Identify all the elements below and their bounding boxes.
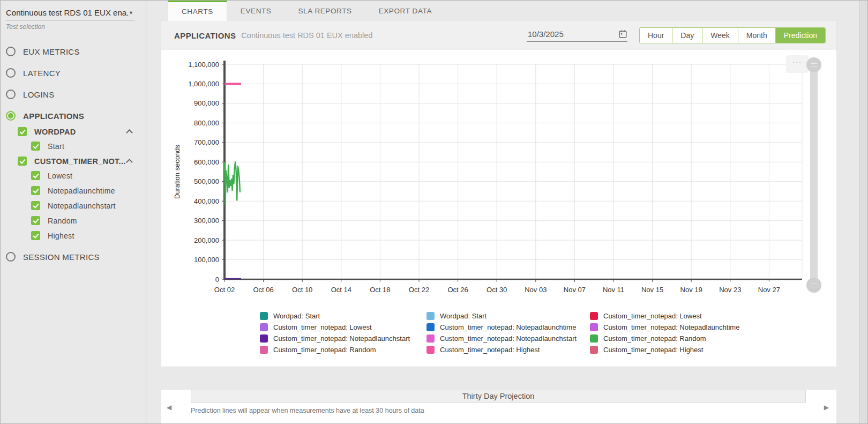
sidebar-group-custom-timer-notepad[interactable]: CUSTOM_TIMER_NOT... <box>6 157 146 166</box>
sidebar-item-label: EUX METRICS <box>23 47 80 56</box>
legend-item[interactable]: Custom_timer_notepad: Notepadlaunchtime <box>590 322 739 333</box>
svg-text:600,000: 600,000 <box>194 158 219 166</box>
range-week-button[interactable]: Week <box>702 28 738 43</box>
test-selection-select[interactable]: Continuous test RDS 01 EUX ena... ▼ <box>6 8 134 20</box>
legend-swatch-icon <box>260 334 268 343</box>
tab-export-data[interactable]: EXPORT DATA <box>365 1 445 21</box>
range-prediction-button[interactable]: Prediction <box>775 28 825 43</box>
range-hour-button[interactable]: Hour <box>640 28 672 43</box>
checkbox-checked-icon[interactable] <box>31 201 40 210</box>
sidebar: Continuous test RDS 01 EUX ena... ▼ Test… <box>1 1 146 423</box>
svg-text:400,000: 400,000 <box>194 197 219 205</box>
svg-text:Oct 06: Oct 06 <box>253 286 273 294</box>
legend-item[interactable]: Custom_timer_notepad: Random <box>260 344 426 355</box>
radio-unselected-icon <box>6 252 16 262</box>
date-input[interactable] <box>527 29 602 39</box>
projection-bar[interactable]: Thirty Day Projection <box>191 390 806 403</box>
zoom-slider-handle-top[interactable] <box>806 57 821 72</box>
chevron-up-icon[interactable] <box>126 129 133 136</box>
legend-item[interactable]: Custom_timer_notepad: Notepadlaunchstart <box>260 333 426 344</box>
main-content: CHARTS EVENTS SLA REPORTS EXPORT DATA AP… <box>161 1 836 424</box>
sidebar-item-random[interactable]: Random <box>6 216 146 225</box>
legend-item[interactable]: Custom_timer_notepad: Lowest <box>590 310 739 322</box>
legend-item[interactable]: Custom_timer_notepad: Notepadlaunchtime <box>426 322 590 333</box>
svg-text:Nov 07: Nov 07 <box>564 286 586 294</box>
svg-text:Oct 10: Oct 10 <box>292 286 312 294</box>
svg-text:Duration seconds: Duration seconds <box>173 144 181 199</box>
legend-item[interactable]: Custom_timer_notepad: Highest <box>590 344 739 355</box>
sidebar-group-label: WORDPAD <box>34 128 76 136</box>
sidebar-item-label: Notepadlaunchstart <box>48 202 116 210</box>
legend-item[interactable]: Custom_timer_notepad: Random <box>590 333 739 344</box>
checkbox-checked-icon[interactable] <box>31 186 40 195</box>
zoom-slider-track[interactable] <box>810 65 818 286</box>
test-selection-value: Continuous test RDS 01 EUX ena... <box>6 8 129 17</box>
legend-item[interactable]: Wordpad: Start <box>260 310 426 322</box>
svg-text:Nov 27: Nov 27 <box>758 286 780 294</box>
svg-text:800,000: 800,000 <box>194 119 219 127</box>
svg-text:Oct 18: Oct 18 <box>370 286 390 294</box>
range-month-button[interactable]: Month <box>738 28 775 43</box>
sidebar-item-lowest[interactable]: Lowest <box>6 171 146 180</box>
next-arrow-icon[interactable]: ▶ <box>824 404 829 411</box>
sidebar-item-latency[interactable]: LATENCY <box>6 68 146 78</box>
chart-panel: 0100,000200,000300,000400,000500,000600,… <box>161 50 836 367</box>
legend-item[interactable]: Custom_timer_notepad: Highest <box>426 344 590 355</box>
legend-item[interactable]: Custom_timer_notepad: Notepadlaunchstart <box>426 333 590 344</box>
legend-label: Custom_timer_notepad: Notepadlaunchstart <box>273 334 410 343</box>
app-window: Continuous test RDS 01 EUX ena... ▼ Test… <box>0 0 868 424</box>
checkbox-checked-icon[interactable] <box>31 216 40 225</box>
sidebar-item-eux-metrics[interactable]: EUX METRICS <box>6 47 146 56</box>
legend-swatch-icon <box>590 334 598 343</box>
sidebar-item-start[interactable]: Start <box>6 142 146 151</box>
svg-text:900,000: 900,000 <box>194 99 219 107</box>
range-button-group: Hour Day Week Month Prediction <box>639 27 826 43</box>
chart-header: APPLICATIONS Continuous test RDS 01 EUX … <box>161 21 836 50</box>
checkbox-checked-icon[interactable] <box>31 142 40 151</box>
legend-label: Custom_timer_notepad: Lowest <box>603 312 702 320</box>
page-scrollbar[interactable] <box>859 1 867 423</box>
sidebar-item-logins[interactable]: LOGINS <box>6 90 146 99</box>
sidebar-item-highest[interactable]: Highest <box>6 231 146 240</box>
legend-column: Wordpad: StartCustom_timer_notepad: Lowe… <box>260 310 426 355</box>
legend-swatch-icon <box>260 312 268 320</box>
sidebar-item-label: Start <box>48 142 64 151</box>
checkbox-checked-icon[interactable] <box>18 127 27 136</box>
sidebar-item-applications[interactable]: APPLICATIONS <box>6 111 146 121</box>
svg-text:100,000: 100,000 <box>194 256 219 264</box>
sidebar-item-notepadlaunchtime[interactable]: Notepadlaunchtime <box>6 186 146 195</box>
legend-swatch-icon <box>426 346 435 354</box>
sidebar-item-label: SESSION METRICS <box>23 252 100 262</box>
sidebar-item-notepadlaunchstart[interactable]: Notepadlaunchstart <box>6 201 146 210</box>
tab-charts[interactable]: CHARTS <box>168 1 227 21</box>
tab-events[interactable]: EVENTS <box>227 1 285 21</box>
range-day-button[interactable]: Day <box>672 28 702 43</box>
zoom-slider-handle-bottom[interactable] <box>806 278 821 293</box>
radio-unselected-icon <box>6 90 16 99</box>
date-picker[interactable] <box>527 29 627 42</box>
chevron-up-icon[interactable] <box>126 159 133 166</box>
svg-text:Nov 03: Nov 03 <box>525 286 547 294</box>
svg-text:1,100,000: 1,100,000 <box>188 61 219 69</box>
svg-text:Nov 23: Nov 23 <box>719 286 741 294</box>
legend-swatch-icon <box>426 323 435 331</box>
checkbox-checked-icon[interactable] <box>31 171 40 180</box>
checkbox-checked-icon[interactable] <box>18 157 27 166</box>
legend-item[interactable]: Wordpad: Start <box>426 310 590 322</box>
svg-text:200,000: 200,000 <box>194 236 219 244</box>
legend-swatch-icon <box>590 323 598 331</box>
tab-sla-reports[interactable]: SLA REPORTS <box>285 1 365 21</box>
sidebar-group-wordpad[interactable]: WORDPAD <box>6 127 146 136</box>
applications-chart[interactable]: 0100,000200,000300,000400,000500,000600,… <box>161 54 826 306</box>
prev-arrow-icon[interactable]: ◀ <box>167 404 171 411</box>
svg-text:Nov 15: Nov 15 <box>641 286 663 294</box>
legend-swatch-icon <box>426 334 435 343</box>
svg-text:Nov 19: Nov 19 <box>680 286 702 294</box>
legend-item[interactable]: Custom_timer_notepad: Lowest <box>260 322 426 333</box>
chart-menu-button[interactable]: ... <box>786 55 809 73</box>
sidebar-item-session-metrics[interactable]: SESSION METRICS <box>6 252 146 262</box>
legend-column: Wordpad: StartCustom_timer_notepad: Note… <box>426 310 590 355</box>
checkbox-checked-icon[interactable] <box>31 231 40 240</box>
calendar-icon[interactable] <box>618 29 627 39</box>
chart-legend: Wordpad: StartCustom_timer_notepad: Lowe… <box>260 310 739 355</box>
